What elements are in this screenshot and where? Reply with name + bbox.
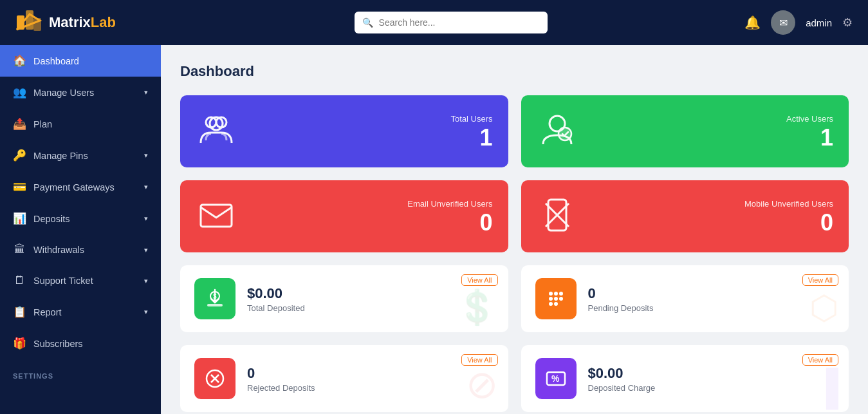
active-users-value: 1 [786, 126, 833, 149]
svg-point-21 [559, 297, 563, 301]
svg-point-8 [559, 127, 571, 140]
svg-point-20 [554, 297, 558, 301]
header-right: 🔔 ✉ admin ⚙ [744, 10, 853, 35]
sidebar-label-plan: Plan [33, 119, 148, 129]
sidebar-item-report[interactable]: 📋Report▾ [0, 296, 161, 328]
svg-text:$: $ [213, 293, 217, 300]
mobile-unverified-value: 0 [744, 211, 833, 234]
total-deposited-bg: 💲 [456, 288, 498, 327]
manage-users-icon: 👥 [13, 86, 26, 99]
sidebar-label-report: Report [33, 307, 136, 317]
deposited-charge-icon: % [535, 358, 577, 399]
deposited-charge-amount: $0.00 [588, 365, 835, 382]
pending-deposits-amount: 0 [588, 285, 835, 302]
rejected-deposits-icon [194, 358, 235, 399]
sidebar: 🏠Dashboard👥Manage Users▾📤Plan🔑Manage Pin… [0, 45, 161, 414]
svg-point-22 [549, 302, 553, 306]
dashboard-icon: 🏠 [13, 54, 26, 68]
sidebar-item-support-ticket[interactable]: 🗒Support Ticket▾ [0, 265, 161, 296]
sidebar-item-withdrawals[interactable]: 🏛Withdrawals▾ [0, 234, 161, 265]
sidebar-item-plan[interactable]: 📤Plan [0, 108, 161, 140]
pending-deposits-view-all[interactable]: View All [802, 274, 838, 286]
rejected-deposits-amount: 0 [247, 365, 494, 382]
deposits-icon: 📊 [13, 212, 26, 225]
sidebar-item-subscribers[interactable]: 🎁Subscribers [0, 328, 161, 359]
layout: 🏠Dashboard👥Manage Users▾📤Plan🔑Manage Pin… [0, 45, 868, 414]
deposited-charge-label: Deposited Charge [588, 383, 835, 393]
sidebar-item-manage-pins[interactable]: 🔑Manage Pins▾ [0, 140, 161, 171]
total-deposited-view-all[interactable]: View All [461, 274, 497, 286]
sidebar-label-dashboard: Dashboard [33, 56, 148, 66]
mobile-unverified-text: Mobile Unverified Users 0 [744, 199, 833, 234]
total-deposited-icon: $ [194, 278, 235, 319]
stats-grid: Total Users 1 Active Users 1 [180, 95, 849, 252]
stat-card-active-users: Active Users 1 [521, 95, 849, 167]
widget-deposited-charge: % $0.00 Deposited Charge View All ▐ [521, 345, 849, 412]
header: MatrixLab 🔍 🔔 ✉ admin ⚙ [0, 0, 868, 45]
support-ticket-icon: 🗒 [13, 274, 26, 287]
svg-point-19 [549, 297, 553, 301]
notification-button[interactable]: 🔔 [744, 15, 761, 30]
sidebar-label-deposits: Deposits [33, 214, 136, 224]
email-unverified-text: Email Unverified Users 0 [407, 199, 492, 234]
svg-rect-13 [207, 304, 223, 306]
deposited-charge-bg: ▐ [814, 367, 838, 407]
sidebar-label-manage-pins: Manage Pins [33, 151, 136, 161]
total-users-value: 1 [450, 126, 492, 149]
admin-label: admin [806, 17, 832, 28]
sidebar-item-manage-users[interactable]: 👥Manage Users▾ [0, 77, 161, 108]
manage-pins-icon: 🔑 [13, 149, 26, 162]
sidebar-item-dashboard[interactable]: 🏠Dashboard [0, 45, 161, 77]
svg-point-17 [554, 292, 558, 296]
widget-pending-deposits: 0 Pending Deposits View All ⬡ [521, 265, 849, 332]
search-bar: 🔍 [355, 12, 548, 33]
stat-card-total-users: Total Users 1 [180, 95, 508, 167]
svg-point-18 [559, 292, 563, 296]
search-input[interactable] [355, 12, 548, 33]
total-users-label: Total Users [450, 114, 492, 124]
settings-icon[interactable]: ⚙ [842, 15, 853, 30]
pending-deposits-icon [535, 278, 577, 319]
sidebar-label-subscribers: Subscribers [33, 339, 148, 349]
pending-deposits-info: 0 Pending Deposits [588, 285, 835, 313]
page-title: Dashboard [180, 63, 849, 80]
chevron-icon-deposits: ▾ [144, 214, 148, 223]
active-users-text: Active Users 1 [786, 114, 833, 149]
subscribers-icon: 🎁 [13, 337, 26, 350]
active-users-label: Active Users [786, 114, 833, 124]
widget-row: $ $0.00 Total Deposited View All 💲 [180, 265, 849, 412]
deposited-charge-info: $0.00 Deposited Charge [588, 365, 835, 393]
sidebar-label-withdrawals: Withdrawals [33, 245, 136, 255]
svg-text:%: % [551, 373, 560, 384]
logo: MatrixLab [15, 9, 157, 36]
chevron-icon-report: ▾ [144, 308, 148, 316]
email-unverified-icon [196, 194, 237, 238]
pending-deposits-bg: ⬡ [809, 288, 838, 327]
sidebar-item-payment-gateways[interactable]: 💳Payment Gateways▾ [0, 171, 161, 203]
sidebar-label-manage-users: Manage Users [33, 88, 136, 98]
email-unverified-label: Email Unverified Users [407, 199, 492, 209]
rejected-deposits-info: 0 Rejected Deposits [247, 365, 494, 393]
withdrawals-icon: 🏛 [13, 243, 26, 256]
report-icon: 📋 [13, 305, 26, 319]
chevron-icon-support-ticket: ▾ [144, 277, 148, 285]
avatar: ✉ [771, 10, 795, 35]
svg-rect-9 [201, 205, 232, 227]
stat-card-mobile-unverified: Mobile Unverified Users 0 [521, 180, 849, 252]
sidebar-label-payment-gateways: Payment Gateways [33, 182, 136, 193]
email-unverified-value: 0 [407, 211, 492, 234]
widget-total-deposited: $ $0.00 Total Deposited View All 💲 [180, 265, 508, 332]
widget-rejected-deposits: 0 Rejected Deposits View All ⊘ [180, 345, 508, 412]
chevron-icon-manage-users: ▾ [144, 88, 148, 97]
pending-deposits-label: Pending Deposits [588, 303, 835, 313]
plan-icon: 📤 [13, 117, 26, 131]
main-content: Dashboard Total Users 1 [161, 45, 868, 414]
logo-icon [15, 9, 42, 36]
svg-point-23 [554, 302, 558, 306]
deposited-charge-view-all[interactable]: View All [802, 354, 838, 366]
rejected-deposits-bg: ⊘ [466, 362, 498, 407]
svg-rect-3 [33, 18, 41, 31]
mobile-unverified-icon [537, 194, 578, 238]
sidebar-item-deposits[interactable]: 📊Deposits▾ [0, 203, 161, 234]
total-users-text: Total Users 1 [450, 114, 492, 149]
